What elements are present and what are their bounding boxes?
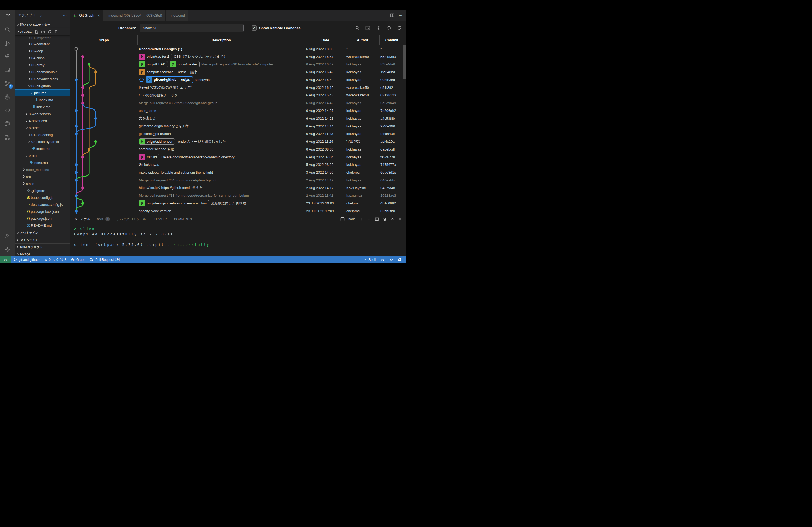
- tree-item-package-lock.json[interactable]: {}package-lock.json: [15, 208, 70, 215]
- commit-row[interactable]: masterDelete docs/8-other/02-static-dyna…: [70, 153, 406, 161]
- swoosh-icon[interactable]: [0, 104, 15, 117]
- column-header-description[interactable]: Description: [137, 35, 305, 45]
- commit-row[interactable]: git merge origin mainなどを加筆6 Aug 2022 14:…: [70, 122, 406, 130]
- docker-icon[interactable]: [0, 90, 15, 104]
- column-header-author[interactable]: Author: [346, 35, 379, 45]
- tree-item-static[interactable]: static: [15, 180, 70, 187]
- search-icon[interactable]: [0, 23, 15, 36]
- split-terminal-icon[interactable]: [375, 217, 379, 221]
- feedback-status-item[interactable]: [387, 256, 395, 264]
- branch-chip-origin/add-render[interactable]: origin/add-render: [139, 138, 175, 145]
- shell-label[interactable]: node: [348, 217, 356, 221]
- new-folder-icon[interactable]: [41, 30, 45, 34]
- git-graph-status-item[interactable]: Git Graph: [69, 256, 88, 264]
- copilot-status-item[interactable]: [378, 256, 387, 264]
- column-header-commit[interactable]: Commit: [379, 35, 404, 45]
- terminal-output[interactable]: ✔ Client Compiled successfully in 202.08…: [70, 224, 406, 253]
- tree-item-9-old[interactable]: 9-old: [15, 152, 70, 159]
- commit-row[interactable]: CSSの節の画像チェック6 Aug 2022 15:48waterwalker5…: [70, 91, 406, 99]
- split-editor-icon[interactable]: [390, 13, 394, 17]
- maximize-panel-icon[interactable]: [390, 217, 394, 221]
- tree-item-src[interactable]: src: [15, 173, 70, 180]
- pull-request-status-item[interactable]: Pull Request #34: [88, 256, 122, 264]
- commit-row[interactable]: origin/reorganize-for-summer-curriculum夏…: [70, 199, 406, 207]
- account-icon[interactable]: [0, 229, 15, 243]
- show-remote-checkbox[interactable]: ✓: [251, 26, 257, 31]
- sidebar-more-icon[interactable]: ⋯: [63, 13, 67, 17]
- branch-chip-git-and-github[interactable]: git-and-githuborigin: [146, 76, 193, 83]
- panel-tab-JUPYTER[interactable]: JUPYTER: [153, 214, 167, 224]
- commit-row[interactable]: Merge pull request #34 from ut-code/git-…: [70, 176, 406, 184]
- commit-row[interactable]: Git kokhayas5 Aug 2022 23:29kokhayas7475…: [70, 161, 406, 168]
- run-debug-icon[interactable]: [0, 36, 15, 50]
- commit-row[interactable]: Uncommitted Changes (1)6 Aug 2022 18:06*…: [70, 45, 406, 53]
- tree-item-05-array[interactable]: 05-array: [15, 61, 70, 69]
- sidebar-section-タイムライン[interactable]: タイムライン: [15, 236, 70, 243]
- branch-chip-origin/HEAD[interactable]: origin/HEAD: [139, 61, 168, 67]
- spell-status-item[interactable]: ✓ Spell: [362, 256, 378, 264]
- tree-item-package.json[interactable]: {}package.json: [15, 215, 70, 222]
- commit-row[interactable]: 文を直した6 Aug 2022 14:21kokhayasa4c538fb: [70, 115, 406, 122]
- github-icon[interactable]: [0, 117, 15, 131]
- tree-item-02-static-dynamic[interactable]: 02-static-dynamic: [15, 138, 70, 145]
- sidebar-section-アウトライン[interactable]: アウトライン: [15, 229, 70, 236]
- commit-row[interactable]: https://.co.jpをhttps://github.comに変えた2 A…: [70, 184, 406, 192]
- tree-item-02-constant[interactable]: 02-constant: [15, 41, 70, 47]
- collapse-all-icon[interactable]: [54, 30, 58, 34]
- tree-item-08-git-github[interactable]: 08-git-github: [15, 82, 70, 89]
- table-scrollbar[interactable]: [403, 45, 406, 79]
- commit-row[interactable]: git-and-githuboriginkokhayas6 Aug 2022 1…: [70, 76, 406, 84]
- tree-item-8-other[interactable]: 8-other: [15, 124, 70, 131]
- commit-row[interactable]: Revert "CSSの節の画像チェック"6 Aug 2022 16:10wat…: [70, 84, 406, 91]
- notifications-bell-icon[interactable]: [395, 256, 404, 264]
- commit-row[interactable]: Merge pull request #33 from ut-code/reor…: [70, 192, 406, 200]
- new-file-icon[interactable]: [35, 30, 39, 34]
- commit-row[interactable]: user_name6 Aug 2022 14:27kokhayas7e306ab…: [70, 107, 406, 115]
- tree-item-babel.config.js[interactable]: Bbabel.config.js: [15, 194, 70, 201]
- refresh-icon[interactable]: [397, 26, 402, 30]
- more-actions-icon[interactable]: ⋯: [399, 13, 402, 17]
- tree-item-pictures[interactable]: pictures: [15, 89, 70, 96]
- commit-row[interactable]: computer science 俯瞰6 Aug 2022 08:30kokha…: [70, 146, 406, 153]
- settings-gear-icon[interactable]: [376, 26, 381, 30]
- commit-row[interactable]: origin/HEADorigin/masterMerge pull reque…: [70, 61, 406, 69]
- tree-item-03-loop[interactable]: 03-loop: [15, 47, 70, 55]
- remote-explorer-icon[interactable]: [0, 63, 15, 77]
- close-panel-icon[interactable]: [398, 217, 402, 221]
- column-header-date[interactable]: Date: [305, 35, 346, 45]
- panel-tab-デバッグ コンソール[interactable]: デバッグ コンソール: [117, 214, 146, 224]
- branch-chip-origin/reorganize-for-summer-curriculum[interactable]: origin/reorganize-for-summer-curriculum: [139, 200, 209, 206]
- refresh-icon[interactable]: [47, 30, 52, 34]
- panel-tab-問題[interactable]: 問題8: [97, 214, 110, 224]
- branch-status-item[interactable]: git-and-github*: [11, 256, 42, 264]
- commit-row[interactable]: specify Node version23 Jul 2022 17:09che…: [70, 207, 406, 215]
- tree-item-4-advanced[interactable]: 4-advanced: [15, 117, 70, 124]
- tree-item-01-inspector[interactable]: 01-inspector: [15, 35, 70, 41]
- commit-row[interactable]: Merge pull request #35 from ut-code/git-…: [70, 99, 406, 107]
- tree-item-README.md[interactable]: README.md: [15, 222, 70, 229]
- source-control-icon[interactable]: 1: [0, 77, 15, 90]
- branch-chip-computer-science[interactable]: computer-scienceorigin: [139, 69, 188, 75]
- commit-row[interactable]: origin/css-test1CSS（フレックスボックスまで）6 Aug 20…: [70, 53, 406, 61]
- commit-row[interactable]: git cloneとgit branch6 Aug 2022 11:43kokh…: [70, 130, 406, 138]
- commit-row[interactable]: computer-scienceorigin誤字6 Aug 2022 16:42…: [70, 68, 406, 76]
- search-icon[interactable]: [355, 26, 360, 30]
- new-terminal-icon[interactable]: [359, 217, 363, 221]
- open-editors-section[interactable]: 開いているエディター: [15, 21, 70, 28]
- remote-indicator[interactable]: ><: [0, 256, 11, 264]
- tree-item-3-web-servers[interactable]: 3-web-servers: [15, 110, 70, 117]
- tree-item-index.md[interactable]: index.md: [15, 145, 70, 152]
- settings-gear-icon[interactable]: [0, 243, 15, 256]
- branches-dropdown[interactable]: Show All ▾: [140, 24, 244, 32]
- branch-chip-master[interactable]: master: [139, 154, 160, 160]
- pull-request-icon[interactable]: [0, 131, 15, 144]
- terminal-icon[interactable]: [365, 26, 370, 30]
- tab-git-graph[interactable]: Git Graph×: [70, 10, 103, 21]
- tab-index-md[interactable]: index.md: [166, 10, 188, 21]
- chevron-down-icon[interactable]: [367, 217, 371, 221]
- tree-item-index.md[interactable]: index.md: [15, 96, 70, 103]
- tree-item-index.md[interactable]: index.md: [15, 159, 70, 166]
- tree-item-01-not-coding[interactable]: 01-not-coding: [15, 131, 70, 138]
- tab-index-md-003fe35d-003fe35d-[interactable]: index.md (003fe35d^ ↔ 003fe35d): [103, 10, 166, 21]
- tree-item-06-anonymous-f...[interactable]: 06-anonymous-f...: [15, 69, 70, 75]
